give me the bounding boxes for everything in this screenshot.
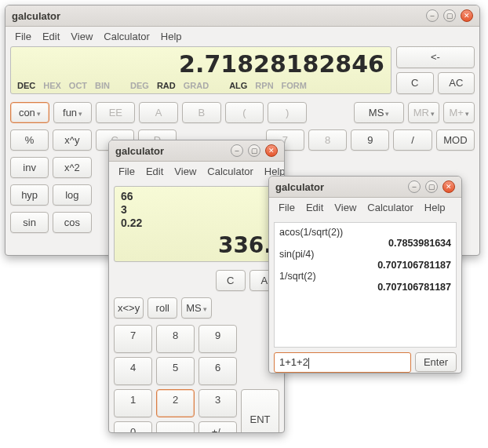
two-button[interactable]: 2 bbox=[156, 389, 195, 417]
mode-oct[interactable]: OCT bbox=[69, 81, 87, 90]
seven-button[interactable]: 7 bbox=[114, 325, 152, 353]
maximize-button[interactable]: ▢ bbox=[425, 180, 438, 193]
menubar: File Edit View Calculator Help bbox=[5, 27, 479, 46]
mode-rad[interactable]: RAD bbox=[157, 81, 176, 90]
menubar: File Edit View Calculator Help bbox=[269, 198, 461, 217]
roll-button[interactable]: roll bbox=[147, 297, 177, 319]
swap-button[interactable]: x<>y bbox=[114, 297, 144, 319]
display-value: 2.71828182846 bbox=[17, 50, 384, 78]
close-button[interactable]: ✕ bbox=[442, 180, 455, 193]
nine-button[interactable]: 9 bbox=[351, 129, 389, 151]
menu-file[interactable]: File bbox=[274, 200, 300, 215]
six-button[interactable]: 6 bbox=[198, 357, 237, 385]
menu-view[interactable]: View bbox=[330, 200, 361, 215]
rparen-button[interactable]: ) bbox=[268, 102, 307, 123]
history-expr: 1/sqrt(2) bbox=[279, 271, 451, 282]
window-title: galculator bbox=[115, 145, 231, 157]
one-button[interactable]: 1 bbox=[114, 389, 152, 417]
x-pow-y-button[interactable]: x^y bbox=[53, 129, 91, 151]
backspace-button[interactable]: <- bbox=[396, 46, 475, 68]
history-result: 0.707106781187 bbox=[279, 260, 451, 271]
menu-view[interactable]: View bbox=[169, 164, 201, 179]
mode-dec[interactable]: DEC bbox=[17, 81, 35, 90]
decimal-button[interactable]: . bbox=[156, 421, 195, 433]
eight-button[interactable]: 8 bbox=[308, 129, 347, 151]
nine-button[interactable]: 9 bbox=[198, 325, 237, 353]
menu-file[interactable]: File bbox=[10, 29, 36, 44]
menu-file[interactable]: File bbox=[114, 164, 140, 179]
stack-0: 0.22 bbox=[121, 217, 272, 230]
mode-form[interactable]: FORM bbox=[282, 81, 307, 90]
menu-help[interactable]: Help bbox=[156, 29, 187, 44]
menu-calculator[interactable]: Calculator bbox=[362, 200, 418, 215]
clear-button[interactable]: C bbox=[396, 72, 434, 94]
memory-store-button[interactable]: MS▾ bbox=[354, 102, 405, 123]
menu-edit[interactable]: Edit bbox=[38, 29, 64, 44]
minimize-button[interactable]: – bbox=[231, 144, 243, 157]
enter-button[interactable]: Enter bbox=[415, 352, 457, 372]
menu-help[interactable]: Help bbox=[420, 200, 450, 215]
sin-button[interactable]: sin bbox=[10, 212, 49, 233]
zero-button[interactable]: 0 bbox=[114, 421, 152, 433]
hex-b-button[interactable]: B bbox=[182, 102, 221, 123]
four-button[interactable]: 4 bbox=[114, 357, 152, 385]
eight-button[interactable]: 8 bbox=[156, 325, 195, 353]
cos-button[interactable]: cos bbox=[53, 212, 91, 233]
ee-button[interactable]: EE bbox=[96, 102, 135, 123]
constants-button[interactable]: con▾ bbox=[10, 102, 49, 123]
history-expr: acos(1/sqrt(2)) bbox=[279, 227, 451, 238]
window-title: galculator bbox=[12, 10, 426, 22]
history-result: 0.7853981634 bbox=[279, 238, 451, 249]
rpn-stack: 66 3 0.22 bbox=[121, 190, 272, 232]
menu-edit[interactable]: Edit bbox=[301, 200, 328, 215]
maximize-button[interactable]: ▢ bbox=[443, 9, 456, 22]
percent-button[interactable]: % bbox=[10, 129, 49, 151]
functions-button[interactable]: fun▾ bbox=[53, 102, 93, 123]
hex-a-button[interactable]: A bbox=[139, 102, 178, 123]
menu-calculator[interactable]: Calculator bbox=[99, 29, 155, 44]
x-squared-button[interactable]: x^2 bbox=[53, 157, 91, 178]
clear-button[interactable]: C bbox=[216, 270, 246, 291]
mode-alg[interactable]: ALG bbox=[229, 81, 247, 90]
menubar: File Edit View Calculator Help bbox=[109, 162, 284, 181]
inv-button[interactable]: inv bbox=[10, 157, 49, 178]
memory-recall-button[interactable]: MR▾ bbox=[408, 102, 439, 123]
menu-view[interactable]: View bbox=[66, 29, 97, 44]
menu-calculator[interactable]: Calculator bbox=[202, 164, 258, 179]
lparen-button[interactable]: ( bbox=[225, 102, 264, 123]
allclear-button[interactable]: AC bbox=[438, 72, 475, 94]
five-button[interactable]: 5 bbox=[156, 357, 195, 385]
mode-deg[interactable]: DEG bbox=[130, 81, 149, 90]
sign-button[interactable]: +/- bbox=[198, 421, 237, 433]
maximize-button[interactable]: ▢ bbox=[248, 144, 260, 157]
history-expr: sin(pi/4) bbox=[279, 249, 451, 260]
mod-button[interactable]: MOD bbox=[436, 129, 475, 151]
minimize-button[interactable]: – bbox=[426, 9, 439, 22]
mode-bin[interactable]: BIN bbox=[95, 81, 110, 90]
log-button[interactable]: log bbox=[53, 184, 91, 206]
history-result: 0.707106781187 bbox=[279, 282, 451, 293]
memory-plus-button[interactable]: M+▾ bbox=[443, 102, 475, 123]
window1-titlebar[interactable]: galculator – ▢ ✕ bbox=[5, 5, 479, 27]
minimize-button[interactable]: – bbox=[408, 180, 421, 193]
mode-grad[interactable]: GRAD bbox=[184, 81, 209, 90]
memory-store-button[interactable]: MS▾ bbox=[181, 297, 211, 319]
close-button[interactable]: ✕ bbox=[265, 144, 278, 157]
menu-edit[interactable]: Edit bbox=[141, 164, 168, 179]
mode-row: DEC HEX OCT BIN DEG RAD GRAD ALG RPN FOR… bbox=[17, 81, 384, 90]
display-value: 336. bbox=[121, 232, 272, 258]
mode-rpn[interactable]: RPN bbox=[255, 81, 273, 90]
window2-titlebar[interactable]: galculator – ▢ ✕ bbox=[109, 140, 284, 162]
window-title: galculator bbox=[275, 181, 408, 193]
divide-button[interactable]: / bbox=[393, 129, 432, 151]
expression-input[interactable]: 1+1+2 bbox=[274, 352, 411, 373]
stack-2: 66 bbox=[121, 190, 272, 203]
stack-1: 3 bbox=[121, 203, 272, 217]
window3-titlebar[interactable]: galculator – ▢ ✕ bbox=[269, 177, 461, 198]
enter-button[interactable]: ENT bbox=[241, 389, 279, 433]
mode-hex[interactable]: HEX bbox=[43, 81, 61, 90]
hyp-button[interactable]: hyp bbox=[10, 184, 49, 206]
three-button[interactable]: 3 bbox=[198, 389, 237, 417]
paper-history[interactable]: acos(1/sqrt(2)) 0.7853981634 sin(pi/4) 0… bbox=[274, 222, 457, 348]
close-button[interactable]: ✕ bbox=[461, 9, 473, 22]
